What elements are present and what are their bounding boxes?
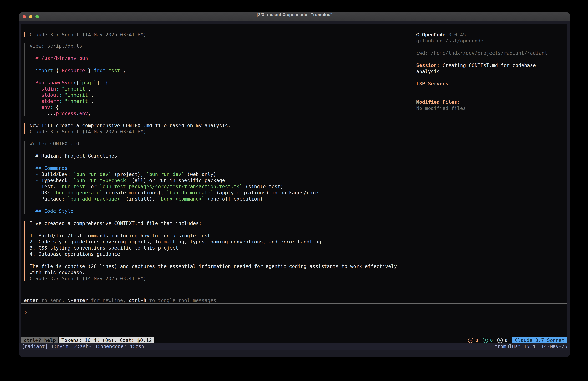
terminal-line: View: script/db.ts [30, 43, 126, 49]
terminal-line [30, 202, 318, 208]
terminal-line [30, 74, 126, 80]
assistant-message: I've created a comprehensive CONTEXT.md … [21, 220, 567, 282]
terminal-line: - TypeCheck: `bun run typecheck` (all) o… [30, 178, 318, 183]
terminal-line: I've created a comprehensive CONTEXT.md … [30, 220, 397, 226]
tokens-cost-badge: Tokens: 16.4K (8%), Cost: $0.12 [59, 337, 154, 343]
message-accent-bar [24, 44, 25, 116]
terminal-line [30, 61, 126, 67]
terminal-line [416, 87, 568, 93]
terminal-line [30, 226, 397, 233]
terminal-line [416, 44, 568, 50]
terminal-content: Claude 3.7 Sonnet (14 May 2025 03:41 PM)… [21, 24, 567, 343]
terminal-line: - Build/Dev: `bun run dev` (project), `b… [30, 171, 318, 178]
terminal-line: 3. CSS styling conventions specific to t… [30, 245, 397, 251]
terminal-line: Bun.spawnSync([`psql`], { [30, 80, 126, 86]
terminal-line: env: { [30, 104, 126, 111]
minimize-button[interactable] [29, 15, 32, 18]
message-accent-bar [24, 141, 25, 214]
input-divider [21, 303, 567, 304]
tool-call-write: Write: CONTEXT.md # Radiant Project Guid… [21, 141, 567, 214]
desktop-background: [2/3] radiant:3:opencode - "romulus" Cla… [0, 0, 588, 381]
terminal-line: ## Code Style [30, 208, 318, 214]
terminal-line: stdout: "inherit", [30, 92, 126, 98]
h-counter: h0 [497, 337, 507, 343]
counter-value: 0 [490, 338, 493, 343]
i-counter: i0 [483, 337, 493, 343]
info-pane: © OpenCode 0.0.45github.com/sst/opencode… [416, 32, 568, 112]
message-accent-bar [24, 123, 25, 134]
terminal-line: - DB: `bun db generate` (create migratio… [30, 190, 318, 196]
window-title: [2/3] radiant:3:opencode - "romulus" [19, 12, 570, 21]
diagnostic-counters: w0i0h0 [468, 337, 507, 343]
terminal-line: Modified Files: [416, 99, 568, 105]
terminal-line: LSP Servers [416, 81, 568, 87]
tmux-session-clock: "romulus" 15:41 14-May-25 [494, 343, 567, 350]
terminal-line: stdin: "inherit", [30, 86, 126, 92]
status-bar: ctrl+? help Tokens: 16.4K (8%), Cost: $0… [21, 337, 567, 343]
terminal-line: Write: CONTEXT.md [30, 141, 318, 147]
tmux-window-list[interactable]: [radiant] 1:nvim 2:zsh- 3:opencode* 4:zs… [22, 343, 144, 350]
terminal-line: import { Resource } from "sst"; [30, 67, 126, 74]
terminal-line: cwd: /home/thdxr/dev/projects/radiant/ra… [416, 50, 568, 56]
i-circle-icon: i [483, 337, 488, 343]
titlebar[interactable]: [2/3] radiant:3:opencode - "romulus" [19, 12, 570, 21]
terminal-line: - Test: `bun test` or `bun test packages… [30, 183, 318, 190]
w-counter: w0 [468, 337, 478, 343]
h-circle-icon: h [497, 337, 503, 343]
status-right: w0i0h0 Claude 3.7 Sonnet [468, 337, 567, 343]
close-button[interactable] [22, 15, 26, 18]
model-badge[interactable]: Claude 3.7 Sonnet [512, 337, 567, 343]
terminal-line: analysis [416, 68, 568, 75]
message-accent-bar [24, 32, 25, 37]
terminal-line: Claude 3.7 Sonnet (14 May 2025 03:41 PM) [30, 32, 146, 38]
terminal-line: 2. Code style guidelines covering import… [30, 239, 397, 245]
terminal-line [30, 257, 397, 263]
keybind-hint: enter to send, \+enter for newline, ctrl… [24, 297, 216, 304]
terminal-line: © OpenCode 0.0.45 [416, 32, 568, 38]
terminal-line: github.com/sst/opencode [416, 38, 568, 44]
terminal-line: #!/usr/bin/env bun [30, 55, 126, 61]
assistant-message: Now I'll create a comprehensive CONTEXT.… [21, 123, 567, 135]
counter-value: 0 [475, 338, 478, 343]
terminal-line: - Package: `bun add <package>` (install)… [30, 196, 318, 202]
terminal-window: [2/3] radiant:3:opencode - "romulus" Cla… [19, 12, 570, 357]
terminal-line [416, 93, 568, 99]
terminal-line [416, 56, 568, 62]
counter-value: 0 [505, 338, 507, 343]
terminal-line: # Radiant Project Guidelines [30, 153, 318, 159]
prompt-input[interactable]: > [24, 309, 27, 315]
tmux-status-bar: [radiant] 1:nvim 2:zsh- 3:opencode* 4:zs… [19, 343, 570, 350]
terminal-line [30, 147, 318, 153]
terminal-line: Claude 3.7 Sonnet (14 May 2025 03:41 PM) [30, 276, 397, 282]
terminal-line: No modified files [416, 105, 568, 112]
help-badge[interactable]: ctrl+? help [21, 337, 58, 343]
terminal-line: Claude 3.7 Sonnet (14 May 2025 03:41 PM) [30, 129, 231, 135]
terminal-line: ...process.env, [30, 111, 126, 116]
traffic-lights [22, 12, 39, 21]
prompt-caret: > [24, 310, 27, 315]
terminal-line: stderr: "inherit", [30, 98, 126, 104]
terminal-line: 4. Database operations guidance [30, 251, 397, 257]
terminal-line: 1. Build/lint/test commands including ho… [30, 233, 397, 239]
terminal-line: Now I'll create a comprehensive CONTEXT.… [30, 123, 231, 129]
terminal-line [30, 49, 126, 55]
terminal-line [30, 159, 318, 165]
terminal-line: Session: Creating CONTEXT.md for codebas… [416, 62, 568, 68]
terminal-line: The file is concise (20 lines) and captu… [30, 263, 397, 269]
w-circle-icon: w [468, 337, 473, 343]
terminal-line [416, 75, 568, 81]
zoom-button[interactable] [36, 15, 39, 18]
terminal-line: ## Commands [30, 165, 318, 171]
terminal-line: with this codebase. [30, 269, 397, 276]
terminal-line: enter to send, \+enter for newline, ctrl… [24, 297, 216, 304]
message-accent-bar [24, 221, 25, 281]
